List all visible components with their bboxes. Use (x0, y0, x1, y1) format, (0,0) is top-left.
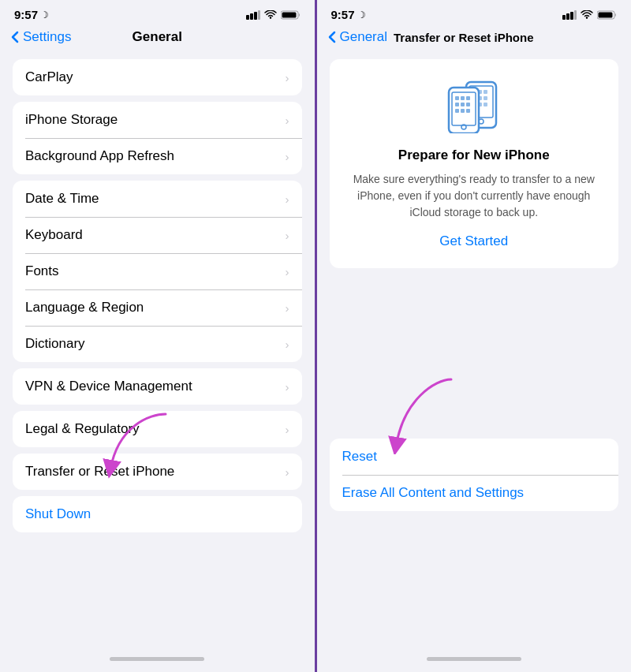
svg-rect-10 (574, 10, 577, 20)
iphone-storage-label: iPhone Storage (25, 112, 118, 128)
right-moon-icon: ☽ (357, 9, 366, 21)
carplay-label: CarPlay (25, 69, 73, 85)
right-nav-bar: General Transfer or Reset iPhone (317, 26, 632, 53)
left-content: CarPlay › iPhone Storage › Background Ap… (0, 53, 315, 650)
wifi-icon (264, 10, 277, 20)
svg-rect-18 (484, 90, 487, 94)
left-home-bar (110, 657, 204, 661)
prepare-title: Prepare for New iPhone (398, 147, 550, 163)
erase-label: Erase All Content and Settings (342, 485, 525, 501)
settings-item-date-time[interactable]: Date & Time › (13, 181, 302, 217)
right-home-indicator (317, 650, 632, 672)
settings-item-dictionary[interactable]: Dictionary › (13, 326, 302, 362)
left-back-button[interactable]: Settings (11, 29, 71, 45)
settings-item-language-region[interactable]: Language & Region › (13, 289, 302, 326)
settings-item-vpn[interactable]: VPN & Device Management › (13, 368, 302, 405)
reset-container: Reset Erase All Content and Settings (317, 439, 632, 511)
carplay-chevron: › (286, 71, 289, 84)
right-signal-icon (562, 10, 577, 20)
right-content: Prepare for New iPhone Make sure everyth… (317, 53, 632, 650)
settings-item-fonts[interactable]: Fonts › (13, 253, 302, 289)
prepare-desc: Make sure everything's ready to transfer… (345, 171, 603, 221)
language-region-chevron: › (286, 301, 289, 315)
keyboard-chevron: › (286, 229, 289, 242)
settings-item-reset[interactable]: Reset (330, 439, 619, 475)
svg-rect-6 (282, 12, 296, 17)
settings-group-storage: iPhone Storage › Background App Refresh … (13, 102, 302, 174)
settings-group-carplay: CarPlay › (13, 59, 302, 95)
settings-item-legal[interactable]: Legal & Regulatory › (13, 411, 302, 447)
reset-label: Reset (342, 449, 377, 465)
phones-icon (442, 78, 506, 133)
settings-item-transfer-reset[interactable]: Transfer or Reset iPhone › (13, 454, 302, 490)
settings-item-erase[interactable]: Erase All Content and Settings (330, 475, 619, 511)
right-home-bar (427, 657, 521, 661)
right-status-icons (562, 10, 617, 20)
settings-item-carplay[interactable]: CarPlay › (13, 59, 302, 95)
svg-rect-0 (246, 15, 249, 20)
settings-group-legal: Legal & Regulatory › (13, 411, 302, 447)
svg-rect-13 (599, 12, 613, 17)
right-back-label: General (340, 29, 387, 45)
fonts-chevron: › (286, 265, 289, 278)
svg-point-4 (269, 17, 271, 18)
settings-item-shutdown[interactable]: Shut Down (13, 496, 302, 532)
settings-item-background-refresh[interactable]: Background App Refresh › (13, 138, 302, 174)
settings-group-vpn: VPN & Device Management › (13, 368, 302, 405)
battery-icon (281, 10, 301, 20)
transfer-reset-chevron: › (286, 465, 289, 479)
date-time-chevron: › (286, 192, 289, 206)
get-started-button[interactable]: Get Started (439, 233, 508, 249)
svg-rect-7 (562, 15, 566, 20)
right-panel: 9:57 ☽ (317, 0, 632, 672)
svg-rect-2 (254, 12, 257, 20)
left-moon-icon: ☽ (40, 9, 49, 21)
svg-rect-9 (570, 12, 573, 20)
svg-rect-36 (466, 109, 470, 113)
vpn-chevron: › (286, 380, 289, 394)
background-refresh-label: Background App Refresh (25, 148, 174, 164)
left-home-indicator (0, 650, 315, 672)
legal-label: Legal & Regulatory (25, 421, 140, 437)
right-back-button[interactable]: General (328, 29, 387, 45)
svg-rect-29 (461, 96, 465, 100)
left-time: 9:57 (14, 8, 38, 21)
left-panel: 9:57 ☽ (0, 0, 315, 672)
left-status-icons (246, 10, 301, 20)
vpn-label: VPN & Device Management (25, 379, 192, 394)
svg-rect-30 (466, 96, 470, 100)
svg-rect-8 (566, 13, 569, 20)
date-time-label: Date & Time (25, 191, 99, 207)
fonts-label: Fonts (25, 263, 59, 279)
settings-item-keyboard[interactable]: Keyboard › (13, 217, 302, 253)
svg-rect-1 (250, 13, 253, 20)
language-region-label: Language & Region (25, 300, 144, 315)
right-back-chevron-icon (328, 31, 336, 43)
svg-rect-3 (258, 10, 260, 20)
settings-group-language: Date & Time › Keyboard › Fonts › Languag… (13, 181, 302, 362)
svg-rect-24 (484, 103, 487, 106)
left-status-bar: 9:57 ☽ (0, 0, 315, 26)
settings-group-transfer: Transfer or Reset iPhone › (13, 454, 302, 490)
prepare-icon (442, 78, 506, 136)
svg-rect-21 (484, 96, 487, 100)
keyboard-label: Keyboard (25, 227, 83, 243)
svg-rect-34 (455, 109, 459, 113)
prepare-card: Prepare for New iPhone Make sure everyth… (330, 59, 619, 268)
legal-chevron: › (286, 423, 289, 436)
svg-rect-32 (461, 103, 465, 106)
svg-rect-35 (461, 109, 465, 113)
dictionary-label: Dictionary (25, 336, 85, 352)
dictionary-chevron: › (286, 338, 289, 351)
signal-icon (246, 10, 260, 20)
svg-point-11 (586, 17, 588, 18)
transfer-reset-container: Transfer or Reset iPhone › (0, 454, 315, 490)
settings-item-iphone-storage[interactable]: iPhone Storage › (13, 102, 302, 138)
left-nav-bar: Settings General (0, 26, 315, 53)
settings-group-shutdown: Shut Down (13, 496, 302, 532)
shutdown-label: Shut Down (25, 506, 91, 522)
svg-rect-31 (455, 103, 459, 106)
right-wifi-icon (581, 10, 593, 20)
right-nav-title: Transfer or Reset iPhone (394, 31, 534, 44)
right-time: 9:57 (331, 8, 355, 21)
